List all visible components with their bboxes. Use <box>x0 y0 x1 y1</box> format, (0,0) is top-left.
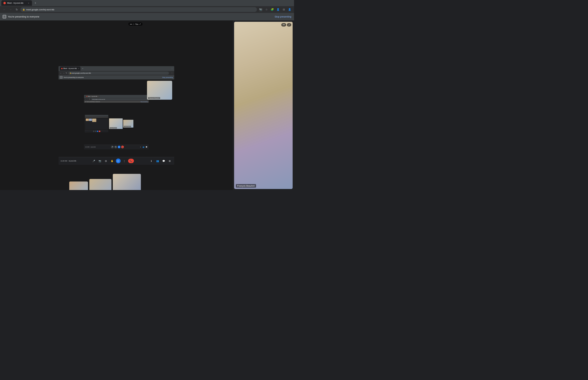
l2-cam-btn <box>95 131 96 132</box>
l1-new-tab[interactable]: + <box>81 67 84 70</box>
francois-tile-controls: ••• ⤢ <box>281 23 291 27</box>
l1-side-tiles: François Beaufort <box>147 81 172 100</box>
you-indicator-expand[interactable]: ⤢ <box>139 23 141 25</box>
forward-button[interactable]: → <box>8 7 13 12</box>
reload-button[interactable]: ↻ <box>14 7 19 12</box>
profile-icon[interactable]: 👤 <box>276 7 280 12</box>
l2-person-2: François Beaufort <box>123 120 133 128</box>
account-icon[interactable]: 👤 <box>287 7 292 12</box>
l2-stop-btn[interactable]: Stop presenting <box>141 101 148 102</box>
francois-more-btn[interactable]: ••• <box>281 23 286 27</box>
l2-forward[interactable]: → <box>87 98 89 100</box>
l2-nav-bar <box>85 117 108 117</box>
l1-end-call-btn[interactable]: 📞 <box>128 159 134 163</box>
l1-bottom-bar: 11:22 AM | tnj-esni-ikb 🎤 📷 ⊟ ✋ ⊡ ⋮ 📞 ℹ … <box>58 157 174 165</box>
francois-large-tile: François Beaufort ••• ⤢ <box>234 22 293 189</box>
l1-favicon <box>61 68 63 69</box>
l2-nav: ← → ↻ meet.google.com/tnj-esni-ikb <box>84 98 149 101</box>
l1-reload[interactable]: ↻ <box>66 72 67 74</box>
l1-meeting-id: tnj-esni-ikb <box>69 160 76 162</box>
l2-person-1-label: François Beaufort <box>110 127 117 129</box>
l2-present[interactable]: ⊡ <box>118 146 120 148</box>
l2-people[interactable]: 👥 <box>142 146 145 148</box>
francois-video-feed <box>234 22 293 189</box>
francois-tile-expand[interactable]: ⤢ <box>287 23 291 27</box>
tab-title: Meet - tnj-esni-ikb <box>7 2 23 4</box>
l2-tab-title: Meet - tnj-esni-ikb <box>88 96 97 97</box>
l1-mic-btn[interactable]: 🎤 <box>91 158 96 163</box>
l2-controls: 🎤 📷 ⊡ 📞 <box>111 146 124 148</box>
l1-info-btn[interactable]: ℹ <box>149 158 154 163</box>
l2-address-bar[interactable]: meet.google.com/tnj-esni-ikb <box>91 98 148 100</box>
back-button[interactable]: ← <box>2 7 7 12</box>
you-indicator: ••• □ You ⤢ <box>128 22 143 26</box>
l2-time: 11:22 AM <box>85 147 89 148</box>
l1-tab-close[interactable]: × <box>78 68 79 69</box>
l2-screen-preview <box>85 115 109 133</box>
l1-presenter-icon: ⊡ <box>60 76 62 78</box>
extension-icon[interactable]: 🧩 <box>270 7 275 12</box>
l1-tab-title: Meet - tnj-esni-ikb <box>63 68 77 69</box>
l2-reload[interactable]: ↻ <box>89 98 90 100</box>
l2-mic[interactable]: 🎤 <box>111 146 114 148</box>
l1-chat-btn[interactable]: 💬 <box>161 158 166 163</box>
l2-end[interactable]: 📞 <box>121 146 124 148</box>
new-tab-button[interactable]: + <box>33 1 38 5</box>
small-tile-1 <box>69 182 88 190</box>
l2-top: Meet - tnj-esni-ikb × <box>84 95 149 98</box>
l2-video-2 <box>89 118 92 121</box>
l1-captions-btn[interactable]: ⊟ <box>104 158 108 163</box>
you-indicator-label: You <box>135 23 138 25</box>
l2-info[interactable]: ℹ <box>139 146 142 148</box>
l1-address-bar[interactable]: 🔒 meet.google.com/tnj-esni-ikb <box>68 72 169 75</box>
stop-presenting-button[interactable]: Stop presenting <box>275 15 291 18</box>
active-tab[interactable]: Meet - tnj-esni-ikb × <box>1 0 32 6</box>
l2-presenter-icon: ⊡ <box>85 101 86 102</box>
l1-url: meet.google.com/tnj-esni-ikb <box>71 72 91 74</box>
l2-tab-close[interactable]: × <box>98 96 98 97</box>
l1-presenter-msg: You're presenting to everyone <box>63 76 84 78</box>
l2-person-1: François Beaufort <box>109 118 123 129</box>
l2-cam[interactable]: 📷 <box>114 146 117 148</box>
small-tile-2 <box>89 179 112 190</box>
l2-right-controls: ℹ 👥 💬 <box>139 146 148 148</box>
bookmark-icon[interactable]: ☆ <box>264 7 269 12</box>
meet-layout: Meet - tnj-esni-ikb × + ⋮ ← → ↻ 🔒 meet.g… <box>0 20 294 190</box>
l1-more-btn[interactable]: ⋮ <box>122 158 127 163</box>
l1-controls-right: ℹ 👥 💬 ⊞ <box>149 158 172 163</box>
l2-chrome-bar <box>85 115 108 116</box>
l1-present-btn[interactable]: ⊡ <box>116 158 121 163</box>
l1-back[interactable]: ← <box>60 72 62 74</box>
l2-video-3 <box>92 118 96 122</box>
l1-cam-btn[interactable]: 📷 <box>97 158 102 163</box>
l1-activities-btn[interactable]: ⊞ <box>167 158 172 163</box>
tab-close-button[interactable]: × <box>27 2 30 4</box>
l2-back[interactable]: ← <box>85 98 86 100</box>
l2-chat[interactable]: 💬 <box>145 146 148 148</box>
browser-nav-bar: ← → ↻ 🔒 meet.google.com/tnj-esni-ikb 📷 ☆… <box>0 6 294 13</box>
address-bar[interactable]: 🔒 meet.google.com/tnj-esni-ikb <box>20 7 257 12</box>
francois-large-label: François Beaufort <box>236 184 256 188</box>
l1-francois-label: François Beaufort <box>148 97 160 99</box>
l1-nav-actions: ⋮ <box>171 72 173 74</box>
l1-people-btn[interactable]: 👥 <box>155 158 160 163</box>
l2-mic-btn <box>93 131 95 132</box>
l2-main-area <box>85 118 108 130</box>
presenter-message: You're presenting to everyone <box>8 15 273 18</box>
l1-tab-bar: Meet - tnj-esni-ikb × + ⋮ <box>58 66 174 71</box>
l1-emoji-btn[interactable]: ✋ <box>110 158 114 163</box>
l1-forward[interactable]: → <box>63 72 65 74</box>
l1-tab: Meet - tnj-esni-ikb × <box>60 67 80 71</box>
sidebar-icon[interactable]: ⊟ <box>281 7 286 12</box>
l2-presenter-msg: You're presenting to everyone <box>86 101 100 102</box>
lock-icon: 🔒 <box>22 8 25 11</box>
url-text: meet.google.com/tnj-esni-ikb <box>26 8 54 11</box>
right-video-panel: François Beaufort ••• ⤢ ••• □ You ⤢ <box>233 20 294 190</box>
l1-main-content: Meet - tnj-esni-ikb × ← → ↻ meet.google.… <box>58 79 174 165</box>
l1-stop-btn[interactable]: Stop presenting <box>162 76 173 78</box>
cast-icon[interactable]: 📷 <box>258 7 263 12</box>
you-indicator-dots: ••• <box>130 23 132 25</box>
l1-presenter-bar: ⊡ You're presenting to everyone Stop pre… <box>58 75 174 79</box>
nested-browser-l2: Meet - tnj-esni-ikb × ← → ↻ meet.google.… <box>84 95 149 149</box>
tab-favicon <box>3 2 6 4</box>
